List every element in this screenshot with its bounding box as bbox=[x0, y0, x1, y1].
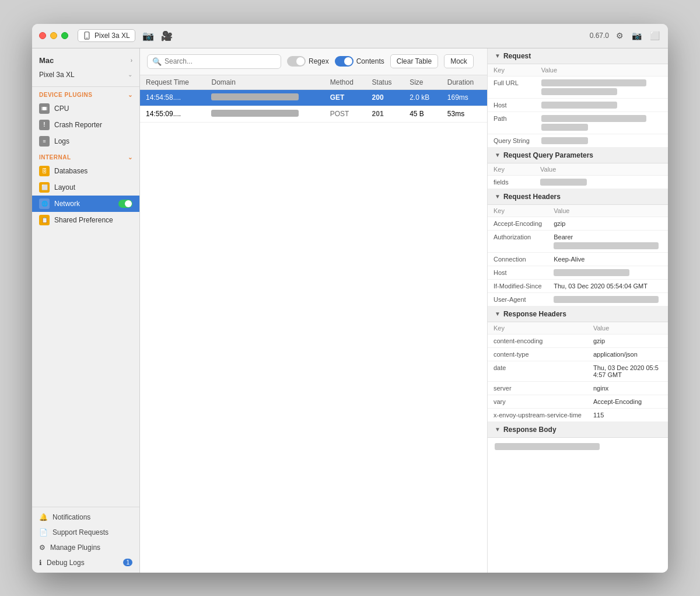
kv-row-connection: Connection Keep-Alive bbox=[488, 252, 668, 266]
sidebar-item-logs[interactable]: ≡ Logs bbox=[32, 133, 139, 149]
chevron-icon: ▼ bbox=[495, 311, 501, 317]
mock-button[interactable]: Mock bbox=[444, 54, 474, 68]
table-row[interactable]: 14:55:09.... POST 201 45 B 53ms bbox=[140, 106, 487, 122]
sidebar-item-crash-reporter[interactable]: ! Crash Reporter bbox=[32, 117, 139, 133]
kv-value: Thu, 03 Dec 2020 05:54:57 GMT bbox=[587, 361, 668, 381]
device-selector[interactable]: Pixel 3a XL bbox=[78, 29, 135, 42]
kv-key: Query String bbox=[488, 134, 536, 147]
sidebar-item-cpu[interactable]: CPU bbox=[32, 100, 139, 117]
col-domain[interactable]: Domain bbox=[205, 75, 324, 90]
screenshot-button[interactable]: 📷 bbox=[631, 30, 643, 41]
sidebar-item-manage-plugins[interactable]: ⚙ Manage Plugins bbox=[32, 540, 139, 555]
kv-value-header: Value bbox=[587, 322, 668, 334]
device-name-label: Pixel 3a XL bbox=[39, 71, 75, 79]
contents-toggle[interactable] bbox=[335, 56, 354, 67]
kv-key: content-type bbox=[488, 347, 587, 361]
screenshot-icon[interactable]: 📷 bbox=[142, 30, 154, 41]
close-button[interactable] bbox=[39, 32, 46, 39]
sidebar-item-notifications[interactable]: 🔔 Notifications bbox=[32, 510, 139, 525]
kv-key: Full URL bbox=[488, 76, 536, 98]
sidebar-item-device[interactable]: Pixel 3a XL ⌄ bbox=[32, 68, 139, 82]
sidebar-item-support-requests[interactable]: 📄 Support Requests bbox=[32, 525, 139, 540]
chevron-down-icon: ⌄ bbox=[128, 71, 132, 78]
kv-value: Accept-Encoding bbox=[587, 395, 668, 408]
kv-row-content-type: content-type application/json bbox=[488, 347, 668, 361]
right-panel: ▼ Request Key Value Full URL bbox=[487, 48, 668, 573]
video-icon[interactable]: 🎥 bbox=[161, 30, 173, 41]
response-headers-title: Response Headers bbox=[503, 310, 566, 318]
request-table: Request Time Domain Method Status Size D… bbox=[140, 75, 487, 573]
kv-value: gzip bbox=[587, 334, 668, 347]
cell-domain bbox=[205, 89, 324, 106]
notifications-icon: 🔔 bbox=[39, 513, 48, 521]
clear-table-button[interactable]: Clear Table bbox=[390, 54, 438, 68]
kv-key: date bbox=[488, 361, 587, 381]
kv-value bbox=[548, 266, 668, 279]
cpu-icon bbox=[39, 103, 50, 114]
device-plugins-header: DEVICE PLUGINS ⌄ bbox=[32, 87, 139, 100]
sidebar-item-mac[interactable]: Mac › bbox=[32, 53, 139, 68]
request-section-header[interactable]: ▼ Request bbox=[488, 48, 668, 64]
contents-label: Contents bbox=[356, 57, 384, 65]
cell-domain bbox=[205, 106, 324, 122]
cpu-label: CPU bbox=[54, 104, 69, 113]
kv-key: Host bbox=[488, 98, 536, 111]
kv-row-path: Path bbox=[488, 111, 668, 134]
kv-key: server bbox=[488, 381, 587, 395]
kv-value bbox=[548, 292, 668, 306]
regex-toggle[interactable] bbox=[287, 56, 306, 67]
kv-row-date: date Thu, 03 Dec 2020 05:54:57 GMT bbox=[488, 361, 668, 381]
col-duration[interactable]: Duration bbox=[442, 75, 487, 90]
search-input[interactable] bbox=[164, 57, 276, 65]
response-body-section-header[interactable]: ▼ Response Body bbox=[488, 422, 668, 438]
maximize-button[interactable] bbox=[61, 32, 68, 39]
kv-row-content-encoding: content-encoding gzip bbox=[488, 334, 668, 347]
kv-key-header: Key bbox=[488, 205, 548, 217]
regex-label: Regex bbox=[309, 57, 329, 65]
request-headers-section-header[interactable]: ▼ Request Headers bbox=[488, 189, 668, 205]
layout-label: Layout bbox=[54, 183, 75, 191]
view-toggle-button[interactable]: ⬜ bbox=[649, 30, 661, 41]
sidebar-item-network[interactable]: 🌐 Network bbox=[32, 196, 139, 212]
kv-key: x-envoy-upstream-service-time bbox=[488, 408, 587, 421]
chevron-icon: ▼ bbox=[495, 152, 501, 158]
col-status[interactable]: Status bbox=[366, 75, 404, 90]
minimize-button[interactable] bbox=[50, 32, 57, 39]
request-query-params-header[interactable]: ▼ Request Query Parameters bbox=[488, 148, 668, 163]
sidebar-top: Mac › Pixel 3a XL ⌄ bbox=[32, 48, 139, 87]
network-toggle[interactable] bbox=[118, 200, 132, 208]
cell-duration: 53ms bbox=[442, 106, 487, 122]
debug-logs-icon: ℹ bbox=[39, 559, 42, 567]
search-icon: 🔍 bbox=[152, 57, 162, 66]
response-body-content bbox=[488, 438, 668, 455]
manage-plugins-label: Manage Plugins bbox=[50, 543, 100, 552]
kv-value: gzip bbox=[548, 217, 668, 230]
cell-status: 201 bbox=[366, 106, 404, 122]
col-method[interactable]: Method bbox=[324, 75, 366, 90]
response-headers-section-header[interactable]: ▼ Response Headers bbox=[488, 306, 668, 322]
sidebar-item-shared-preference[interactable]: 📋 Shared Preference bbox=[32, 212, 139, 228]
debug-logs-label: Debug Logs bbox=[47, 559, 85, 567]
search-box[interactable]: 🔍 bbox=[147, 54, 281, 69]
col-request-time[interactable]: Request Time bbox=[140, 75, 205, 90]
kv-row-if-modified-since: If-Modified-Since Thu, 03 Dec 2020 05:54… bbox=[488, 279, 668, 292]
kv-key-header: Key bbox=[488, 322, 587, 334]
sidebar-item-debug-logs[interactable]: ℹ Debug Logs 1 bbox=[32, 555, 139, 570]
col-size[interactable]: Size bbox=[404, 75, 442, 90]
debug-logs-badge: 1 bbox=[123, 559, 132, 566]
traffic-lights bbox=[39, 32, 68, 39]
settings-button[interactable]: ⚙ bbox=[615, 30, 625, 41]
table-row[interactable]: 14:54:58.... GET 200 2.0 kB 169ms bbox=[140, 89, 487, 106]
sidebar-item-layout[interactable]: ⬜ Layout bbox=[32, 179, 139, 196]
databases-label: Databases bbox=[54, 167, 88, 175]
main-layout: Mac › Pixel 3a XL ⌄ DEVICE PLUGINS ⌄ bbox=[32, 48, 668, 573]
request-query-params-title: Request Query Parameters bbox=[503, 151, 593, 159]
request-section-title: Request bbox=[503, 52, 531, 60]
cell-time: 14:54:58.... bbox=[140, 89, 205, 106]
shared-preference-label: Shared Preference bbox=[54, 216, 113, 224]
chevron-right-icon: › bbox=[131, 57, 132, 64]
kv-key: If-Modified-Since bbox=[488, 279, 548, 292]
sidebar-item-databases[interactable]: 🗄 Databases bbox=[32, 163, 139, 179]
titlebar-camera-icons: 📷 🎥 bbox=[142, 30, 173, 41]
network-icon: 🌐 bbox=[39, 198, 50, 209]
